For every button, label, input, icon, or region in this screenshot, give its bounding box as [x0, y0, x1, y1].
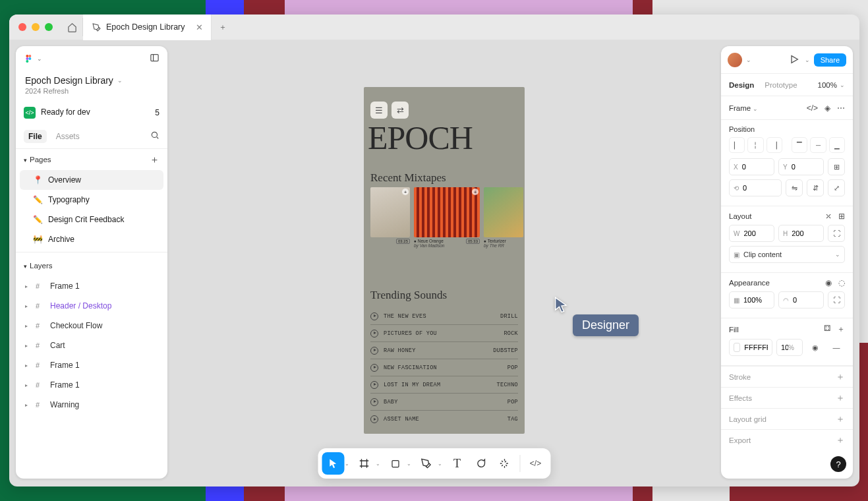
x-field[interactable]: X	[729, 158, 774, 175]
search-icon[interactable]	[150, 131, 159, 142]
track-row[interactable]: ASSET NAMETAG	[370, 411, 518, 428]
remove-fill-icon[interactable]: —	[828, 339, 845, 356]
track-row[interactable]: NEW FASCINATIONPOP	[370, 359, 518, 376]
play-icon[interactable]	[370, 330, 378, 338]
menu-icon[interactable]: ☰	[370, 102, 388, 119]
align-bottom-icon[interactable]: ▁	[829, 137, 845, 153]
play-icon[interactable]	[370, 415, 378, 423]
add-icon[interactable]: ＋	[836, 392, 845, 404]
more-icon[interactable]: ⋯	[837, 103, 845, 113]
align-right-icon[interactable]: ▕	[767, 137, 782, 153]
dev-mode-toggle[interactable]: </>	[525, 452, 547, 475]
height-field[interactable]: H	[778, 225, 824, 242]
layer-item[interactable]: ▸#Cart	[16, 336, 167, 355]
radius-field[interactable]: ◠	[778, 291, 824, 309]
add-icon[interactable]: ＋	[836, 413, 845, 425]
frame-type[interactable]: Frame	[729, 104, 751, 112]
avatar[interactable]	[728, 53, 742, 67]
mixtape-card[interactable]: ● Texturizerby The RR	[484, 187, 523, 252]
rotation-field[interactable]: ⟲	[729, 179, 782, 196]
visibility-icon[interactable]: ◉	[825, 278, 832, 287]
autolayout-on-icon[interactable]: ⊞	[838, 212, 845, 221]
styles-icon[interactable]: ⚃	[824, 324, 830, 335]
play-icon[interactable]	[370, 381, 378, 389]
home-button[interactable]	[62, 18, 83, 36]
window-controls[interactable]	[9, 23, 62, 31]
code-icon[interactable]: </>	[807, 103, 818, 113]
comment-tool[interactable]	[470, 452, 492, 475]
visibility-icon[interactable]: ◉	[807, 339, 824, 356]
pages-header[interactable]: Pages	[30, 156, 51, 163]
chevron-down-icon[interactable]: ⌄	[805, 57, 810, 63]
layout-grid-section[interactable]: Layout grid＋	[721, 408, 853, 429]
play-icon[interactable]	[370, 347, 378, 355]
move-tool[interactable]	[322, 452, 345, 475]
text-tool[interactable]: T	[446, 452, 469, 475]
ready-for-dev-row[interactable]: </>Ready for dev 5	[16, 102, 167, 124]
prototype-tab[interactable]: Prototype	[765, 81, 797, 89]
corner-detail-icon[interactable]: ⛶	[828, 291, 845, 309]
add-icon[interactable]: ＋	[836, 371, 845, 383]
frame-tool[interactable]	[353, 452, 376, 475]
minimize-window-icon[interactable]	[32, 23, 40, 31]
page-typography[interactable]: ✏️Typography	[16, 190, 167, 210]
track-row[interactable]: PICTURES OF YOUROCK	[370, 325, 518, 342]
color-swatch[interactable]	[734, 343, 740, 352]
effects-section[interactable]: Effects＋	[721, 387, 853, 408]
fill-color-field[interactable]	[729, 339, 772, 356]
width-field[interactable]: W	[729, 225, 774, 242]
maximize-window-icon[interactable]	[45, 23, 53, 31]
flip-h-icon[interactable]: ⇋	[786, 179, 803, 196]
blend-icon[interactable]: ◌	[838, 278, 845, 287]
component-icon[interactable]: ◈	[825, 103, 830, 113]
y-field[interactable]: Y	[778, 158, 824, 175]
layer-item[interactable]: ▸#Frame 1	[16, 355, 167, 375]
mixtape-card[interactable]: + ● Neue Orange05:33by Van Madison	[414, 187, 480, 252]
align-vcenter-icon[interactable]: ─	[810, 137, 826, 153]
figma-menu[interactable]: ⌄	[24, 53, 42, 64]
actions-tool[interactable]	[494, 452, 516, 475]
layer-item[interactable]: ▸#Frame 1	[16, 375, 167, 395]
export-section[interactable]: Export＋	[721, 429, 853, 450]
zoom-control[interactable]: 100%⌄	[818, 81, 845, 89]
chevron-down-icon[interactable]: ⌄	[746, 57, 751, 63]
constrain-icon[interactable]: ⛶	[828, 225, 845, 242]
chevron-down-icon[interactable]: ⌄	[345, 461, 349, 467]
track-row[interactable]: RAW HONEYDUBSTEP	[370, 342, 518, 359]
close-window-icon[interactable]	[18, 23, 26, 31]
close-tab-icon[interactable]: ✕	[196, 22, 203, 32]
autolayout-off-icon[interactable]: ⤫	[825, 212, 832, 221]
design-tab[interactable]: Design	[729, 81, 754, 89]
play-icon[interactable]	[370, 312, 378, 320]
file-tab[interactable]: Epoch Design Library ✕	[83, 15, 212, 40]
track-row[interactable]: THE NEW EVESDRILL	[370, 308, 518, 325]
stroke-section[interactable]: Stroke＋	[721, 366, 853, 387]
opacity-field[interactable]: ▦	[729, 291, 774, 309]
shape-tool[interactable]	[384, 452, 407, 475]
add-fill-icon[interactable]: ＋	[837, 324, 845, 335]
clip-content-select[interactable]: ▣Clip content⌄	[729, 246, 845, 263]
flip-v-icon[interactable]: ⇵	[807, 179, 824, 196]
help-button[interactable]: ?	[830, 456, 846, 472]
chevron-down-icon[interactable]: ⌄	[438, 461, 442, 467]
track-row[interactable]: LOST IN MY DREAMTECHNO	[370, 376, 518, 394]
align-hcenter-icon[interactable]: ╎	[747, 137, 763, 153]
assets-tab[interactable]: Assets	[56, 132, 80, 141]
more-transform-icon[interactable]: ⤢	[828, 179, 845, 196]
track-row[interactable]: BABYPOP	[370, 394, 518, 411]
align-left-icon[interactable]: ▏	[729, 137, 745, 153]
toggle-sidebar-icon[interactable]	[150, 53, 159, 65]
mixtape-card[interactable]: + 03:25	[370, 187, 410, 252]
layers-header[interactable]: Layers	[30, 262, 53, 270]
layer-item[interactable]: ▸#Checkout Flow	[16, 316, 167, 336]
fill-opacity-field[interactable]: %	[776, 339, 803, 356]
page-crit[interactable]: ✏️Design Crit Feedback	[16, 210, 167, 229]
new-tab-button[interactable]: ＋	[212, 22, 234, 33]
align-top-icon[interactable]: ▔	[792, 137, 807, 153]
add-icon[interactable]: +	[472, 189, 478, 195]
layer-item[interactable]: ▸#Frame 1	[16, 276, 167, 296]
add-icon[interactable]: +	[402, 189, 409, 195]
present-icon[interactable]	[789, 54, 801, 66]
share-button[interactable]: Share	[814, 53, 846, 67]
add-icon[interactable]: ＋	[836, 434, 845, 446]
